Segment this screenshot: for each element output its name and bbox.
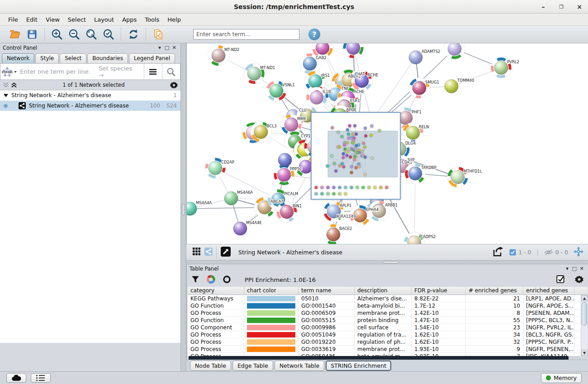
export-network-icon[interactable] — [492, 246, 504, 258]
string-view-icon[interactable] — [204, 248, 213, 257]
column-header--enriched-genes[interactable]: # enriched genes — [466, 287, 523, 295]
panel-menu-icon[interactable]: ▾ — [564, 266, 571, 272]
tab-edge-table[interactable]: Edge Table — [232, 361, 273, 371]
settings-gear-icon[interactable] — [575, 275, 583, 285]
zoom-fit-icon[interactable] — [85, 28, 98, 41]
column-header-category[interactable]: category — [188, 287, 244, 295]
table-row[interactable]: GO ProcessGO:0051049regulation of tra...… — [188, 331, 588, 338]
menu-layout[interactable]: Layout — [90, 15, 118, 24]
column-header-term-name[interactable]: term name — [299, 287, 355, 295]
panel-float-icon[interactable]: □ — [571, 266, 578, 272]
birds-eye-view[interactable] — [311, 112, 401, 200]
column-header-enriched-genes[interactable]: enriched genes — [523, 287, 574, 295]
select-rows-icon[interactable] — [556, 275, 565, 285]
tab-boundaries[interactable]: Boundaries — [87, 53, 128, 63]
save-session-icon[interactable] — [25, 28, 39, 41]
panel-float-icon[interactable]: □ — [163, 45, 171, 51]
collapse-all-icon[interactable] — [3, 82, 9, 88]
search-input[interactable] — [193, 29, 299, 40]
maximize-icon[interactable]: ❐ — [557, 3, 565, 11]
open-file-icon[interactable] — [8, 28, 22, 41]
menu-select[interactable]: Select — [64, 15, 90, 24]
species-hint[interactable]: Set species → — [99, 65, 143, 79]
table-vertical-scrollbar[interactable]: ▲ ▼ — [581, 295, 588, 356]
table-row[interactable]: KEGG Pathways05010Alzheimer's dise...8.8… — [188, 295, 588, 302]
string-search-icon[interactable] — [162, 64, 180, 80]
color-swatch — [247, 310, 295, 316]
close-icon[interactable]: × — [575, 3, 583, 11]
string-options-icon[interactable] — [144, 64, 162, 80]
menu-apps[interactable]: Apps — [119, 15, 140, 24]
minimize-icon[interactable]: – — [539, 3, 547, 11]
tab-legend-panel[interactable]: Legend Panel — [129, 53, 175, 63]
grid-view-icon[interactable] — [193, 248, 201, 257]
memory-button[interactable]: Memory — [541, 373, 582, 383]
horizontal-splitter[interactable] — [186, 260, 588, 264]
tab-network[interactable]: Network — [2, 53, 34, 63]
splitter-handle[interactable] — [182, 204, 185, 215]
menu-tools[interactable]: Tools — [141, 15, 163, 24]
column-header-FDR-p-value[interactable]: FDR p-value — [412, 287, 466, 295]
table-row[interactable]: GO FunctionGO:0005515protein binding1.47… — [188, 317, 588, 324]
detach-view-icon[interactable] — [220, 246, 231, 258]
node-label: APOE — [346, 108, 356, 112]
network-node-ms4a6a[interactable] — [224, 192, 238, 205]
network-node-ms4a4a[interactable] — [187, 202, 197, 215]
scroll-up-icon[interactable]: ▲ — [581, 295, 588, 301]
scroll-down-icon[interactable]: ▼ — [581, 350, 588, 356]
network-collection-row[interactable]: String Network - Alzheimer's disease 1 — [0, 90, 180, 101]
chart-color-cell — [244, 338, 299, 345]
panel-close-icon[interactable]: ✕ — [578, 266, 585, 272]
menu-view[interactable]: View — [42, 15, 63, 24]
table-row[interactable]: GO ProcessGO:0033619membrane prot...1.93… — [188, 346, 588, 353]
string-query-input[interactable] — [18, 68, 99, 75]
table-row[interactable]: GO ComponentGO:0009986cell surface1.54E-… — [188, 324, 588, 331]
table-row[interactable]: GO ProcessGO:0050435beta-amyloid m...2.0… — [188, 353, 588, 356]
network-node-tomm40[interactable] — [445, 80, 458, 93]
zoom-in-icon[interactable] — [50, 28, 64, 41]
tab-select[interactable]: Select — [60, 53, 86, 63]
tree-expand-icon[interactable] — [4, 94, 8, 97]
table-row[interactable]: GO ProcessGO:0019220regulation of ph...1… — [188, 338, 588, 346]
network-node-ms4a4e[interactable] — [233, 222, 247, 235]
chart-icon[interactable] — [207, 275, 215, 285]
panel-menu-icon[interactable]: ▾ — [156, 45, 163, 51]
ring-chart-icon[interactable] — [223, 275, 231, 285]
column-header-chart-color[interactable]: chart color — [244, 287, 299, 295]
tab-node-table[interactable]: Node Table — [190, 361, 231, 371]
menu-edit[interactable]: Edit — [23, 15, 41, 24]
hidden-eye-icon[interactable] — [544, 249, 553, 256]
vertical-splitter[interactable] — [180, 43, 186, 371]
network-node-adamts2[interactable] — [409, 51, 422, 64]
zoom-selected-icon[interactable] — [102, 28, 115, 41]
table-row[interactable]: GO ProcessGO:0006509membrane prot...1.42… — [188, 309, 588, 317]
clone-network-icon[interactable] — [152, 28, 165, 41]
table-cell: GO Process — [188, 338, 244, 345]
filter-icon[interactable] — [191, 276, 199, 285]
table-row[interactable]: GO FunctionGO:0001540beta-amyloid bi...1… — [188, 302, 588, 309]
network-node[interactable] — [343, 43, 364, 58]
tab-string-enrichment[interactable]: STRING Enrichment — [326, 361, 391, 371]
menu-help[interactable]: Help — [164, 15, 185, 24]
node-label: BCL3 — [267, 124, 277, 128]
tab-network-table[interactable]: Network Table — [275, 361, 325, 371]
string-logo-icon[interactable]: STRING — [0, 64, 18, 80]
refresh-icon[interactable] — [127, 28, 140, 41]
panel-close-icon[interactable]: ✕ — [171, 45, 178, 51]
zoom-out-icon[interactable] — [67, 28, 81, 41]
task-list-icon[interactable] — [31, 373, 51, 383]
network-node[interactable] — [278, 153, 292, 167]
selected-checkbox-icon[interactable] — [509, 249, 516, 256]
cloud-icon[interactable] — [6, 373, 26, 383]
menu-file[interactable]: File — [5, 15, 22, 24]
expand-all-icon[interactable] — [11, 82, 17, 88]
tab-style[interactable]: Style — [35, 53, 59, 63]
network-node[interactable] — [444, 43, 465, 59]
network-row[interactable]: String Network - Alzheimer's disease 100… — [0, 101, 180, 111]
pan-tool-icon[interactable] — [574, 247, 583, 258]
column-header-description[interactable]: description — [355, 287, 412, 295]
help-icon[interactable]: ? — [308, 28, 320, 40]
network-options-gear-icon[interactable] — [170, 81, 178, 89]
splitter-handle[interactable] — [384, 261, 399, 263]
scrollbar-thumb[interactable] — [582, 302, 587, 326]
